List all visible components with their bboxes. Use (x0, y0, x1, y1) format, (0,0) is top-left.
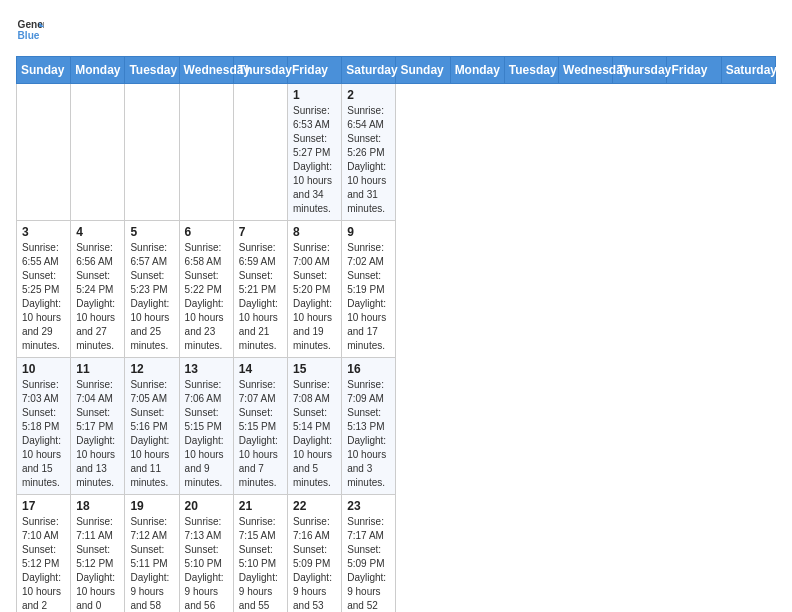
page-header: General Blue (16, 16, 776, 44)
day-number: 1 (293, 88, 336, 102)
day-number: 14 (239, 362, 282, 376)
day-info: Sunrise: 7:00 AM Sunset: 5:20 PM Dayligh… (293, 241, 336, 353)
calendar-week-row: 1Sunrise: 6:53 AM Sunset: 5:27 PM Daylig… (17, 84, 776, 221)
calendar-cell (17, 84, 71, 221)
calendar-cell: 7Sunrise: 6:59 AM Sunset: 5:21 PM Daylig… (233, 221, 287, 358)
day-info: Sunrise: 6:56 AM Sunset: 5:24 PM Dayligh… (76, 241, 119, 353)
calendar-cell: 21Sunrise: 7:15 AM Sunset: 5:10 PM Dayli… (233, 495, 287, 613)
day-info: Sunrise: 7:08 AM Sunset: 5:14 PM Dayligh… (293, 378, 336, 490)
calendar-cell (125, 84, 179, 221)
calendar-cell (233, 84, 287, 221)
calendar-table: SundayMondayTuesdayWednesdayThursdayFrid… (16, 56, 776, 612)
day-info: Sunrise: 6:53 AM Sunset: 5:27 PM Dayligh… (293, 104, 336, 216)
day-number: 16 (347, 362, 390, 376)
column-header-monday: Monday (71, 57, 125, 84)
calendar-cell: 19Sunrise: 7:12 AM Sunset: 5:11 PM Dayli… (125, 495, 179, 613)
day-info: Sunrise: 6:58 AM Sunset: 5:22 PM Dayligh… (185, 241, 228, 353)
day-number: 19 (130, 499, 173, 513)
column-header-sunday: Sunday (396, 57, 450, 84)
day-info: Sunrise: 7:13 AM Sunset: 5:10 PM Dayligh… (185, 515, 228, 612)
calendar-cell: 2Sunrise: 6:54 AM Sunset: 5:26 PM Daylig… (342, 84, 396, 221)
day-info: Sunrise: 7:06 AM Sunset: 5:15 PM Dayligh… (185, 378, 228, 490)
column-header-saturday: Saturday (342, 57, 396, 84)
day-number: 4 (76, 225, 119, 239)
calendar-cell: 22Sunrise: 7:16 AM Sunset: 5:09 PM Dayli… (288, 495, 342, 613)
day-number: 8 (293, 225, 336, 239)
day-info: Sunrise: 7:10 AM Sunset: 5:12 PM Dayligh… (22, 515, 65, 612)
calendar-cell: 3Sunrise: 6:55 AM Sunset: 5:25 PM Daylig… (17, 221, 71, 358)
calendar-cell: 12Sunrise: 7:05 AM Sunset: 5:16 PM Dayli… (125, 358, 179, 495)
day-number: 23 (347, 499, 390, 513)
day-info: Sunrise: 7:16 AM Sunset: 5:09 PM Dayligh… (293, 515, 336, 612)
day-number: 13 (185, 362, 228, 376)
day-info: Sunrise: 7:07 AM Sunset: 5:15 PM Dayligh… (239, 378, 282, 490)
day-info: Sunrise: 7:17 AM Sunset: 5:09 PM Dayligh… (347, 515, 390, 612)
day-number: 15 (293, 362, 336, 376)
calendar-week-row: 17Sunrise: 7:10 AM Sunset: 5:12 PM Dayli… (17, 495, 776, 613)
logo-icon: General Blue (16, 16, 44, 44)
column-header-tuesday: Tuesday (125, 57, 179, 84)
column-header-monday: Monday (450, 57, 504, 84)
column-header-friday: Friday (667, 57, 721, 84)
calendar-cell: 10Sunrise: 7:03 AM Sunset: 5:18 PM Dayli… (17, 358, 71, 495)
day-info: Sunrise: 7:03 AM Sunset: 5:18 PM Dayligh… (22, 378, 65, 490)
calendar-cell: 16Sunrise: 7:09 AM Sunset: 5:13 PM Dayli… (342, 358, 396, 495)
calendar-cell: 13Sunrise: 7:06 AM Sunset: 5:15 PM Dayli… (179, 358, 233, 495)
column-header-wednesday: Wednesday (179, 57, 233, 84)
logo: General Blue (16, 16, 44, 44)
calendar-cell: 6Sunrise: 6:58 AM Sunset: 5:22 PM Daylig… (179, 221, 233, 358)
column-header-tuesday: Tuesday (504, 57, 558, 84)
calendar-cell: 1Sunrise: 6:53 AM Sunset: 5:27 PM Daylig… (288, 84, 342, 221)
day-info: Sunrise: 7:02 AM Sunset: 5:19 PM Dayligh… (347, 241, 390, 353)
day-number: 6 (185, 225, 228, 239)
calendar-cell: 15Sunrise: 7:08 AM Sunset: 5:14 PM Dayli… (288, 358, 342, 495)
calendar-cell (179, 84, 233, 221)
day-info: Sunrise: 7:11 AM Sunset: 5:12 PM Dayligh… (76, 515, 119, 612)
day-number: 12 (130, 362, 173, 376)
calendar-cell: 9Sunrise: 7:02 AM Sunset: 5:19 PM Daylig… (342, 221, 396, 358)
day-number: 9 (347, 225, 390, 239)
day-number: 17 (22, 499, 65, 513)
day-info: Sunrise: 7:15 AM Sunset: 5:10 PM Dayligh… (239, 515, 282, 612)
day-info: Sunrise: 7:05 AM Sunset: 5:16 PM Dayligh… (130, 378, 173, 490)
calendar-cell: 11Sunrise: 7:04 AM Sunset: 5:17 PM Dayli… (71, 358, 125, 495)
day-number: 10 (22, 362, 65, 376)
day-number: 11 (76, 362, 119, 376)
calendar-cell: 5Sunrise: 6:57 AM Sunset: 5:23 PM Daylig… (125, 221, 179, 358)
day-number: 20 (185, 499, 228, 513)
day-number: 22 (293, 499, 336, 513)
day-number: 7 (239, 225, 282, 239)
day-number: 3 (22, 225, 65, 239)
day-info: Sunrise: 7:12 AM Sunset: 5:11 PM Dayligh… (130, 515, 173, 612)
day-info: Sunrise: 6:55 AM Sunset: 5:25 PM Dayligh… (22, 241, 65, 353)
calendar-cell (71, 84, 125, 221)
calendar-week-row: 10Sunrise: 7:03 AM Sunset: 5:18 PM Dayli… (17, 358, 776, 495)
day-number: 5 (130, 225, 173, 239)
day-info: Sunrise: 6:59 AM Sunset: 5:21 PM Dayligh… (239, 241, 282, 353)
calendar-header-row: SundayMondayTuesdayWednesdayThursdayFrid… (17, 57, 776, 84)
calendar-cell: 23Sunrise: 7:17 AM Sunset: 5:09 PM Dayli… (342, 495, 396, 613)
calendar-cell: 14Sunrise: 7:07 AM Sunset: 5:15 PM Dayli… (233, 358, 287, 495)
calendar-cell: 17Sunrise: 7:10 AM Sunset: 5:12 PM Dayli… (17, 495, 71, 613)
column-header-saturday: Saturday (721, 57, 775, 84)
day-info: Sunrise: 7:04 AM Sunset: 5:17 PM Dayligh… (76, 378, 119, 490)
column-header-thursday: Thursday (233, 57, 287, 84)
column-header-friday: Friday (288, 57, 342, 84)
calendar-cell: 20Sunrise: 7:13 AM Sunset: 5:10 PM Dayli… (179, 495, 233, 613)
column-header-sunday: Sunday (17, 57, 71, 84)
calendar-cell: 18Sunrise: 7:11 AM Sunset: 5:12 PM Dayli… (71, 495, 125, 613)
calendar-week-row: 3Sunrise: 6:55 AM Sunset: 5:25 PM Daylig… (17, 221, 776, 358)
day-number: 21 (239, 499, 282, 513)
day-info: Sunrise: 6:54 AM Sunset: 5:26 PM Dayligh… (347, 104, 390, 216)
day-number: 2 (347, 88, 390, 102)
calendar-cell: 8Sunrise: 7:00 AM Sunset: 5:20 PM Daylig… (288, 221, 342, 358)
svg-text:Blue: Blue (18, 30, 40, 41)
calendar-cell: 4Sunrise: 6:56 AM Sunset: 5:24 PM Daylig… (71, 221, 125, 358)
day-info: Sunrise: 7:09 AM Sunset: 5:13 PM Dayligh… (347, 378, 390, 490)
day-number: 18 (76, 499, 119, 513)
column-header-wednesday: Wednesday (559, 57, 613, 84)
day-info: Sunrise: 6:57 AM Sunset: 5:23 PM Dayligh… (130, 241, 173, 353)
column-header-thursday: Thursday (613, 57, 667, 84)
